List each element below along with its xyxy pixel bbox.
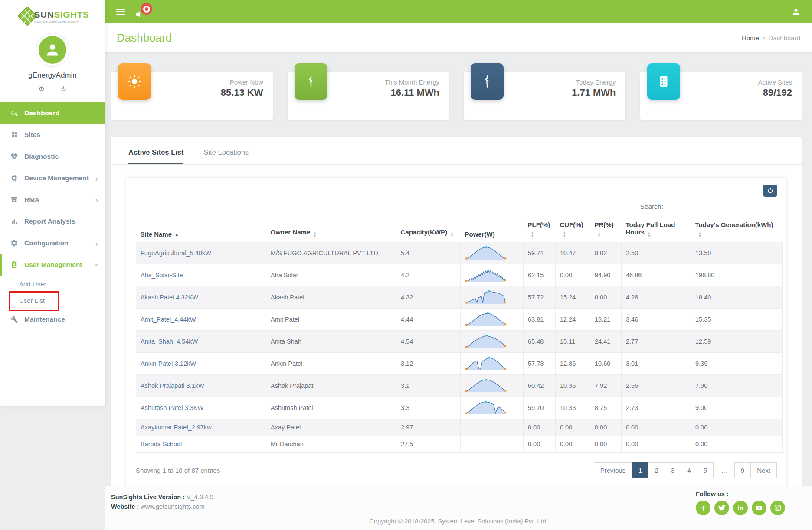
site-link[interactable]: FugoAgricultural_5.40kW <box>141 250 211 257</box>
sort-icon: ▲▼ <box>313 232 316 238</box>
stat-label: Today Energy <box>572 78 616 86</box>
tabs: Active Sites ListSite Locations <box>111 137 802 165</box>
brand-tagline: A Safe and Secure Source of Energy <box>34 20 89 23</box>
hamburger-menu-icon[interactable] <box>116 7 125 16</box>
table-row: Ashok Prajapati 3.1kW Ashok Prajapati 3.… <box>136 374 783 397</box>
title-bar: Dashboard Home › Dashboard <box>105 23 812 52</box>
pagination: Previous 12345...9 Next <box>594 462 777 478</box>
site-link[interactable]: Aha_Solar-Site <box>141 272 183 279</box>
pr-cell: 0.00 <box>590 419 622 436</box>
cuf-cell: 12.86 <box>556 352 590 374</box>
sidebar-item-dashboard[interactable]: Dashboard <box>0 102 105 124</box>
sidebar-item-user-management[interactable]: User Management › <box>0 254 105 276</box>
previous-page-button[interactable]: Previous <box>594 462 632 478</box>
page-button-3[interactable]: 3 <box>665 462 681 478</box>
pagination-ellipsis: ... <box>716 462 732 478</box>
column-header-owner-name[interactable]: Owner Name▲▼ <box>266 218 396 242</box>
power-sparkline <box>461 264 524 286</box>
sidebar-item-rma[interactable]: RMA › <box>0 189 105 211</box>
plf-cell: 65.48 <box>524 330 556 352</box>
sidebar-item-sites[interactable]: Sites <box>0 124 105 146</box>
refresh-button[interactable] <box>763 185 777 197</box>
site-link[interactable]: Anita_Shah_4.54kW <box>141 338 198 345</box>
column-header-today-s-generation-kwh[interactable]: Today's Generation(kWh)▲▼ <box>691 218 783 242</box>
column-header-today-full-load-hours[interactable]: Today Full Load Hours▲▼ <box>622 218 691 242</box>
site-link[interactable]: Ankin-Patel-3.12kW <box>141 360 196 367</box>
stat-card-power-now: Power Now 85.13 KW <box>111 72 273 120</box>
linkedin-icon[interactable] <box>733 501 748 515</box>
chevron-right-icon: › <box>95 196 98 204</box>
site-link[interactable]: Akash Patel 4.32KW <box>141 294 198 301</box>
main-content: Power Now 85.13 KW This Month Energy 16.… <box>105 52 812 486</box>
person-icon <box>44 42 61 58</box>
entries-summary: Showing 1 to 10 of 87 entries <box>136 467 220 474</box>
column-header-capacity-kwp[interactable]: Capacity(KWP)▲▼ <box>396 218 461 242</box>
sort-icon: ▲▼ <box>563 232 566 238</box>
owner-cell: Amit Patel <box>266 308 396 330</box>
tab-active-sites-list[interactable]: Active Sites List <box>128 148 183 164</box>
capacity-cell: 4.44 <box>396 308 461 330</box>
user-account-icon[interactable] <box>791 7 801 16</box>
avatar <box>36 33 69 67</box>
sidebar-item-diagnostic[interactable]: Diagnostic <box>0 146 105 167</box>
sidebar-item-configuration[interactable]: Configuration › <box>0 232 105 254</box>
column-header-power-w[interactable]: Power(W) <box>461 218 524 242</box>
capacity-cell: 3.3 <box>396 397 461 419</box>
stat-card-today-energy: Today Energy 1.71 MWh <box>464 72 625 120</box>
announcement-icon[interactable] <box>134 3 154 20</box>
cuf-cell: 10.33 <box>556 397 590 419</box>
speedometer-icon <box>10 109 18 117</box>
site-link[interactable]: Ashok Prajapati 3.1kW <box>141 382 204 389</box>
sidebar-subitem-user-list[interactable]: User List <box>0 292 105 309</box>
breadcrumb-home-link[interactable]: Home <box>742 34 759 42</box>
cuf-cell: 12.24 <box>556 308 590 330</box>
table-row: Baroda School Mr Darshan 27.5 0.00 0.00 … <box>136 436 783 452</box>
search-input[interactable] <box>668 202 777 211</box>
sort-icon: ▲▼ <box>531 232 534 238</box>
site-link[interactable]: Axaykumar Patel_2.97kw <box>141 424 212 431</box>
site-link[interactable]: Ashutosh Patel 3.3KW <box>141 404 203 411</box>
generation-cell: 9.00 <box>691 397 783 419</box>
page-button-9[interactable]: 9 <box>734 462 751 478</box>
column-header-cuf[interactable]: CUF(%)▲▼ <box>556 218 590 242</box>
site-link[interactable]: Baroda School <box>141 441 182 448</box>
refresh-icon <box>767 187 774 194</box>
sidebar-item-report-analysis[interactable]: Report Analysis <box>0 211 105 232</box>
website-link[interactable]: www.getsunsights.com <box>141 503 204 510</box>
tab-site-locations[interactable]: Site Locations <box>203 148 249 164</box>
logout-power-icon[interactable] <box>60 86 67 92</box>
cuf-cell: 0.00 <box>556 419 590 436</box>
page-button-2[interactable]: 2 <box>648 462 665 478</box>
instagram-icon[interactable] <box>770 501 785 515</box>
id-badge-icon <box>10 261 18 269</box>
search-label: Search: <box>640 203 663 211</box>
wrench-icon <box>10 315 18 323</box>
site-link[interactable]: Amit_Patel_4.44kW <box>141 316 196 323</box>
sidebar-item-maintenance[interactable]: Maintenance <box>0 309 105 330</box>
column-header-pr[interactable]: PR(%)▲▼ <box>590 218 622 242</box>
column-header-site-name[interactable]: Site Name▲ <box>136 218 266 242</box>
twitter-icon[interactable] <box>714 501 729 515</box>
cuf-cell: 15.24 <box>556 286 590 308</box>
column-header-plf[interactable]: PLF(%)▲▼ <box>524 218 556 242</box>
page-button-1[interactable]: 1 <box>632 462 648 478</box>
settings-gear-icon[interactable]: ⚙ <box>38 85 44 93</box>
topbar <box>105 0 812 23</box>
page-button-5[interactable]: 5 <box>697 462 713 478</box>
youtube-icon[interactable] <box>752 501 766 515</box>
power-sparkline <box>461 374 524 397</box>
pr-cell: 7.92 <box>590 374 622 397</box>
page-button-4[interactable]: 4 <box>681 462 697 478</box>
table-row: Aha_Solar-Site Aha Solar 4.2 62.15 0.00 … <box>136 264 783 286</box>
power-sparkline <box>461 397 524 419</box>
table-row: Anita_Shah_4.54kW Anita Shah 4.54 65.48 … <box>136 330 783 352</box>
next-page-button[interactable]: Next <box>750 462 777 478</box>
facebook-icon[interactable] <box>696 501 710 515</box>
bar-chart-icon <box>10 218 18 225</box>
sidebar-item-device-management[interactable]: Device Management › <box>0 167 105 189</box>
pr-cell: 94.90 <box>590 264 622 286</box>
sidebar-subitem-add-user[interactable]: Add User <box>0 276 105 292</box>
sidebar-menu: Dashboard Sites Diagnostic Device Manage… <box>0 102 105 330</box>
divider <box>298 108 439 108</box>
stat-value: 85.13 KW <box>221 87 263 98</box>
